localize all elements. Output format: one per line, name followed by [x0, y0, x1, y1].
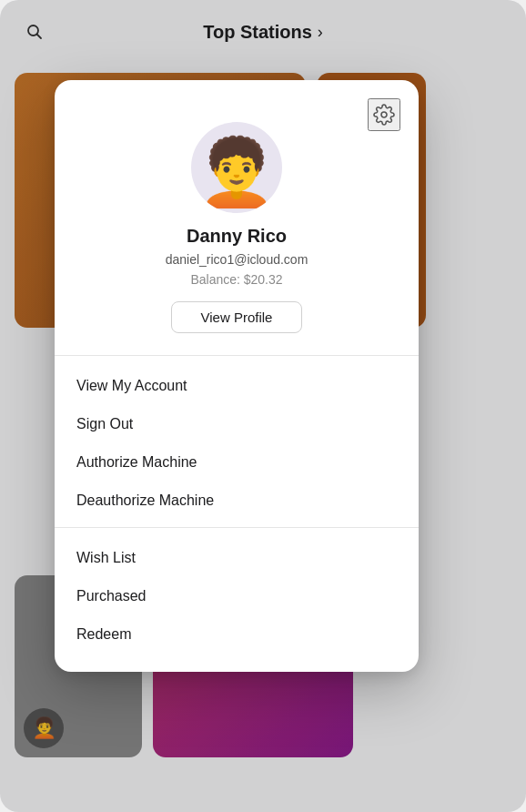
- gear-icon: [373, 104, 395, 126]
- menu-item-purchased[interactable]: Purchased: [55, 577, 419, 615]
- user-name: Danny Rico: [187, 226, 287, 247]
- divider-1: [55, 355, 419, 356]
- divider-2: [55, 527, 419, 528]
- popup-header: [55, 80, 419, 131]
- user-popup: 🧑‍🦱 Danny Rico daniel_rico1@icloud.com B…: [55, 80, 419, 672]
- menu-item-authorize-machine[interactable]: Authorize Machine: [55, 443, 419, 482]
- menu-item-sign-out[interactable]: Sign Out: [55, 405, 419, 443]
- menu-item-redeem[interactable]: Redeem: [55, 615, 419, 654]
- user-balance: Balance: $20.32: [190, 272, 282, 287]
- user-email: daniel_rico1@icloud.com: [166, 252, 309, 267]
- app-background: Music 🧑‍🦱 Music Top Stations ›: [0, 0, 526, 812]
- profile-section: 🧑‍🦱 Danny Rico daniel_rico1@icloud.com B…: [55, 122, 419, 351]
- menu-group-2: Wish List Purchased Redeem: [55, 532, 419, 657]
- menu-item-wish-list[interactable]: Wish List: [55, 539, 419, 577]
- settings-button[interactable]: [368, 98, 400, 131]
- menu-item-view-my-account[interactable]: View My Account: [55, 367, 419, 405]
- view-profile-button[interactable]: View Profile: [171, 301, 303, 333]
- avatar-emoji: 🧑‍🦱: [196, 139, 278, 205]
- menu-group-1: View My Account Sign Out Authorize Machi…: [55, 360, 419, 523]
- menu-item-deauthorize-machine[interactable]: Deauthorize Machine: [55, 482, 419, 520]
- avatar: 🧑‍🦱: [191, 122, 282, 213]
